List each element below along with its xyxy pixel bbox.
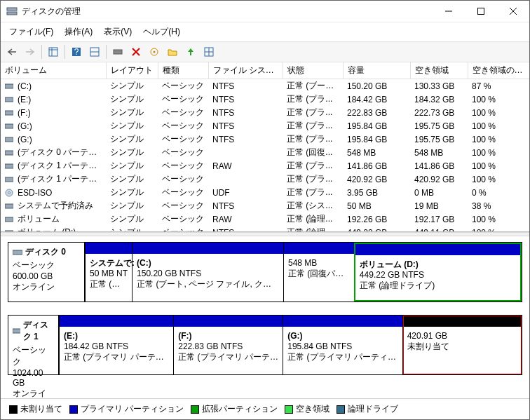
disk-icon — [13, 249, 22, 256]
volume-icon — [5, 83, 15, 90]
svg-rect-21 — [5, 84, 13, 88]
svg-rect-23 — [5, 111, 13, 115]
toolbar: ? — [1, 41, 529, 62]
delete-icon[interactable] — [128, 43, 144, 60]
partition[interactable]: ボリューム (D:)449.22 GB NTFS正常 (論理ドライブ) — [354, 243, 522, 302]
svg-rect-26 — [5, 151, 13, 155]
disk-status: オンライン — [13, 281, 80, 293]
col-header[interactable]: 空き領域 — [410, 62, 468, 79]
window-title: ディスクの管理 — [22, 6, 433, 18]
table-row[interactable]: ESD-ISOシンプルベーシックUDF正常 (プラ...3.95 GB0 MB0… — [1, 186, 529, 199]
svg-rect-27 — [5, 164, 13, 168]
legend: 未割り当て プライマリ パーティション 拡張パーティション 空き領域 論理ドライ… — [1, 398, 529, 419]
back-button[interactable] — [4, 43, 20, 60]
disk-type: ベーシック — [13, 344, 54, 368]
menubar: ファイル(F) 操作(A) 表示(V) ヘルプ(H) — [1, 22, 529, 41]
volume-icon — [5, 163, 15, 170]
disk-graphical-area: ディスク 0 ベーシック 600.00 GB オンライン システムで:50 MB… — [1, 236, 529, 398]
view-list-icon[interactable] — [45, 43, 62, 60]
svg-rect-3 — [478, 8, 484, 15]
close-button[interactable] — [497, 1, 529, 22]
arrow-up-icon[interactable] — [182, 43, 199, 60]
svg-rect-25 — [5, 137, 13, 142]
volume-icon — [5, 189, 15, 197]
svg-rect-24 — [5, 124, 13, 128]
disk-type: ベーシック — [13, 259, 80, 271]
svg-rect-35 — [13, 329, 20, 333]
svg-point-17 — [154, 51, 156, 53]
partition[interactable]: (G:)195.84 GB NTFS正常 (プライマリ パーティション) — [283, 316, 402, 374]
svg-rect-13 — [114, 50, 122, 54]
disk-name: ディスク 1 — [23, 319, 54, 343]
grid-icon[interactable] — [201, 43, 217, 60]
table-row[interactable]: (G:)シンプルベーシックNTFS正常 (プラ...195.84 GB195.7… — [1, 133, 529, 146]
separator — [106, 45, 107, 59]
svg-rect-0 — [7, 8, 17, 11]
svg-rect-1 — [7, 12, 17, 15]
help-icon[interactable]: ? — [68, 43, 85, 60]
svg-point-30 — [8, 192, 11, 194]
disk-row-1: ディスク 1 ベーシック 1024.00 GB オンライン (E:)184.42… — [8, 315, 522, 375]
volume-icon — [5, 203, 15, 210]
svg-rect-34 — [13, 250, 22, 255]
col-header[interactable]: ファイル システム — [208, 62, 283, 79]
table-row[interactable]: ボリューム (D:)シンプルベーシックNTFS正常 (論理...449.22 G… — [1, 226, 529, 232]
disk-label-1[interactable]: ディスク 1 ベーシック 1024.00 GB オンライン — [8, 315, 59, 375]
minimize-button[interactable] — [433, 1, 465, 22]
col-header[interactable]: ボリューム — [1, 62, 106, 79]
table-row[interactable]: システムで予約済みシンプルベーシックNTFS正常 (シス...50 MB19 M… — [1, 199, 529, 212]
col-header[interactable]: 容量 — [343, 62, 410, 79]
volume-icon — [5, 149, 15, 156]
table-row[interactable]: ボリュームシンプルベーシックRAW正常 (論理...192.26 GB192.1… — [1, 212, 529, 226]
partition[interactable]: 420.91 GB未割り当て — [402, 316, 522, 374]
volume-table[interactable]: ボリュームレイアウト種類ファイル システム状態容量空き領域空き領域の割... (… — [1, 62, 529, 232]
svg-rect-22 — [5, 97, 13, 102]
disk-name: ディスク 0 — [25, 246, 66, 258]
partition[interactable]: 548 MB正常 (回復パーティ: — [283, 243, 354, 302]
menu-help[interactable]: ヘルプ(H) — [137, 24, 186, 40]
volume-icon — [5, 123, 15, 130]
table-row[interactable]: (ディスク 1 パーティシ...シンプルベーシックRAW正常 (プラ...141… — [1, 159, 529, 172]
maximize-button[interactable] — [465, 1, 497, 22]
legend-primary: プライマリ パーティション — [69, 403, 184, 415]
table-row[interactable]: (ディスク 1 パーティシ...シンプルベーシック正常 (プラ...420.92… — [1, 172, 529, 186]
settings-icon[interactable] — [86, 43, 103, 60]
forward-button[interactable] — [22, 43, 39, 60]
refresh-icon[interactable] — [109, 43, 126, 60]
partition[interactable]: (C:)150.20 GB NTFS正常 (ブート, ページ ファイル, クラッ… — [132, 243, 283, 302]
menu-action[interactable]: 操作(A) — [59, 24, 98, 40]
volume-icon — [5, 176, 15, 183]
table-row[interactable]: (C:)シンプルベーシックNTFS正常 (ブート...150.20 GB130.… — [1, 79, 529, 93]
separator — [41, 45, 42, 59]
disk-size: 1024.00 GB — [13, 368, 54, 388]
volume-icon — [5, 109, 15, 116]
table-row[interactable]: (E:)シンプルベーシックNTFS正常 (プラ...184.42 GB184.3… — [1, 93, 529, 106]
menu-view[interactable]: 表示(V) — [98, 24, 137, 40]
titlebar: ディスクの管理 — [1, 1, 529, 22]
disk-partitions-1: (E:)184.42 GB NTFS正常 (プライマリ パーティション)(F:)… — [59, 315, 522, 375]
svg-rect-31 — [5, 204, 13, 208]
table-row[interactable]: (ディスク 0 パーティシ...シンプルベーシック正常 (回復...548 MB… — [1, 146, 529, 159]
partition[interactable]: (E:)184.42 GB NTFS正常 (プライマリ パーティション) — [59, 316, 173, 374]
col-header[interactable]: 空き領域の割... — [468, 62, 529, 79]
folder-icon[interactable] — [164, 43, 181, 60]
col-header[interactable]: 状態 — [283, 62, 343, 79]
col-header[interactable]: レイアウト — [106, 62, 158, 79]
partition[interactable]: (F:)222.83 GB NTFS正常 (プライマリ パーティション) — [173, 316, 283, 374]
table-row[interactable]: (F:)シンプルベーシックNTFS正常 (プラ...222.83 GB222.7… — [1, 106, 529, 119]
separator — [64, 45, 65, 59]
menu-file[interactable]: ファイル(F) — [4, 24, 59, 40]
disk-size: 600.00 GB — [13, 271, 80, 281]
legend-free: 空き領域 — [285, 403, 329, 415]
disk-label-0[interactable]: ディスク 0 ベーシック 600.00 GB オンライン — [8, 242, 85, 302]
partition[interactable]: システムで:50 MB NT正常 (シス — [85, 243, 132, 302]
properties-icon[interactable] — [146, 43, 163, 60]
svg-rect-6 — [49, 48, 57, 56]
svg-text:?: ? — [74, 47, 79, 57]
disk-icon — [13, 327, 20, 334]
col-header[interactable]: 種類 — [158, 62, 208, 79]
disk-row-0: ディスク 0 ベーシック 600.00 GB オンライン システムで:50 MB… — [8, 242, 522, 302]
volume-table-area: ボリュームレイアウト種類ファイル システム状態容量空き領域空き領域の割... (… — [1, 62, 529, 232]
volume-icon — [5, 216, 15, 223]
table-row[interactable]: (G:)シンプルベーシックNTFS正常 (プラ...195.84 GB195.7… — [1, 119, 529, 133]
